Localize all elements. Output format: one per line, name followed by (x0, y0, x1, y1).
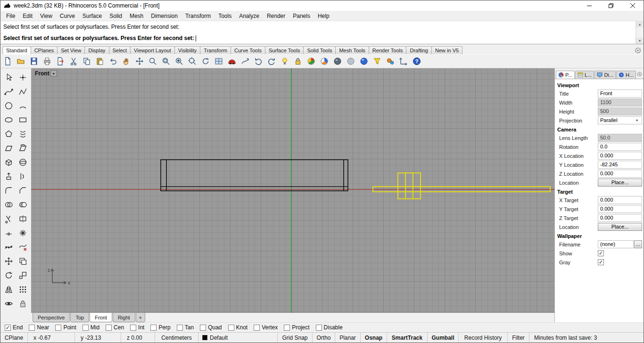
fillet-icon[interactable] (2, 184, 15, 196)
osnap-mid[interactable]: Mid (83, 324, 99, 331)
wallpaper-show-checkbox[interactable] (598, 250, 604, 256)
mirror-icon[interactable] (2, 283, 15, 295)
circle-icon[interactable] (2, 99, 15, 112)
lock-icon[interactable] (292, 56, 304, 67)
toolbar-tab-surface-tools[interactable]: Surface Tools (265, 46, 304, 54)
osnap-tan[interactable]: Tan (177, 324, 194, 331)
toolbar-tab-drafting[interactable]: Drafting (406, 46, 432, 54)
add-viewport-tab[interactable]: + (136, 313, 145, 322)
viewport-title-value[interactable]: Front (598, 90, 642, 98)
points-off-icon[interactable] (17, 241, 29, 253)
viewport-tab-right[interactable]: Right (113, 313, 135, 322)
scroll-up-icon[interactable]: ▲ (636, 21, 644, 27)
zoom-selected-icon[interactable] (173, 56, 185, 67)
viewport-tab-top[interactable]: Top (70, 313, 89, 322)
hide-icon[interactable] (2, 297, 15, 310)
toolbar-tab-mesh-tools[interactable]: Mesh Tools (335, 46, 369, 54)
print-icon[interactable] (41, 56, 53, 67)
zoom-dynamic-icon[interactable] (147, 56, 158, 67)
disable-checkbox[interactable] (316, 325, 322, 331)
cut-icon[interactable] (68, 56, 79, 67)
osnap-perp[interactable]: Perp (150, 324, 170, 331)
explode-icon[interactable] (17, 227, 29, 239)
toolbar-tab-display[interactable]: Display (84, 46, 109, 54)
menu-view[interactable]: View (36, 11, 56, 21)
panel-gear-icon[interactable] (636, 71, 643, 78)
paste-icon[interactable] (94, 56, 106, 67)
rotation-value[interactable]: 0.0 (598, 143, 642, 151)
trim-icon[interactable] (2, 212, 15, 225)
undo-view-icon[interactable] (253, 56, 264, 67)
arc-icon[interactable] (17, 99, 29, 112)
cen-checkbox[interactable] (106, 325, 112, 331)
point-checkbox[interactable] (55, 325, 61, 331)
viewport-tab-perspective[interactable]: Perspective (33, 313, 70, 322)
restore-icon[interactable] (600, 0, 622, 11)
filter-toggle[interactable]: Filter (508, 333, 529, 343)
new-file-icon[interactable] (2, 56, 13, 67)
panel-tab-display[interactable]: Di... (594, 71, 616, 79)
y-location-value[interactable]: -82.245 (598, 161, 642, 169)
project-checkbox[interactable] (284, 325, 290, 331)
mid-checkbox[interactable] (83, 325, 89, 331)
record-history-toggle[interactable]: Record History (459, 333, 508, 343)
polygon-icon[interactable] (2, 128, 15, 140)
layer-pane[interactable]: Default (198, 333, 278, 343)
toolbar-tab-set-view[interactable]: Set View (57, 46, 85, 54)
menu-tools[interactable]: Tools (215, 11, 235, 21)
osnap-near[interactable]: Near (29, 324, 49, 331)
scale-icon[interactable] (17, 269, 29, 281)
polyline-icon[interactable] (17, 85, 29, 98)
move-view-icon[interactable] (134, 56, 145, 67)
points-icon[interactable] (17, 71, 29, 83)
cplane-selector[interactable]: CPlane (0, 333, 28, 343)
scroll-down-icon[interactable]: ▼ (636, 38, 644, 44)
y-target-value[interactable]: 0.000 (598, 205, 642, 213)
orient-curve-icon[interactable] (239, 56, 251, 67)
move-icon[interactable] (2, 255, 15, 267)
toolbar-tab-render-tools[interactable]: Render Tools (369, 46, 407, 54)
extrude-icon[interactable] (2, 170, 15, 182)
options-gears-icon[interactable] (385, 56, 396, 67)
near-checkbox[interactable] (29, 325, 35, 331)
render-preview-icon[interactable] (319, 56, 330, 67)
pan-icon[interactable] (121, 56, 132, 67)
osnap-int[interactable]: Int (130, 324, 144, 331)
osnap-cen[interactable]: Cen (106, 324, 124, 331)
planar-toggle[interactable]: Planar (335, 333, 361, 343)
join-icon[interactable] (2, 227, 15, 239)
x-target-value[interactable]: 0.000 (598, 196, 642, 204)
curve-icon[interactable] (2, 85, 15, 98)
menu-help[interactable]: Help (314, 11, 333, 21)
menu-render[interactable]: Render (263, 11, 289, 21)
gumball-toggle[interactable]: Gumball (428, 333, 459, 343)
ortho-toggle[interactable]: Ortho (313, 333, 335, 343)
menu-edit[interactable]: Edit (19, 11, 36, 21)
toolbar-tab-new-in-v5[interactable]: New in V5 (431, 46, 462, 54)
camera-place-button[interactable]: Place... (598, 179, 642, 187)
panel-tab-properties[interactable]: P... (556, 71, 575, 79)
osnap-end[interactable]: End (5, 324, 23, 331)
osnap-disable[interactable]: Disable (316, 324, 343, 331)
projection-dropdown[interactable]: Parallel▼ (598, 116, 642, 124)
toolbar-tab-viewport-layout[interactable]: Viewport Layout (130, 46, 175, 54)
selected-yellow-object[interactable] (373, 173, 550, 199)
selection-filter-icon[interactable] (372, 56, 383, 67)
toolbar-tab-select[interactable]: Select (109, 46, 131, 54)
end-checkbox[interactable] (5, 325, 11, 331)
units-pane[interactable]: Centimeters (155, 333, 198, 343)
knot-checkbox[interactable] (228, 325, 234, 331)
panel-tab-help[interactable]: ?H... (616, 71, 636, 79)
browse-button[interactable]: ... (634, 240, 642, 248)
osnap-point[interactable]: Point (55, 324, 76, 331)
array-icon[interactable] (17, 283, 29, 295)
shaded-display-icon[interactable] (332, 56, 343, 67)
viewport-title[interactable]: Front ▼ (35, 70, 57, 77)
helix-icon[interactable] (17, 128, 29, 140)
vertex-checkbox[interactable] (254, 325, 260, 331)
show-points-icon[interactable] (2, 241, 15, 253)
render-icon[interactable] (305, 56, 317, 67)
menu-mesh[interactable]: Mesh (126, 11, 147, 21)
toolbar-tab-standard[interactable]: Standard (2, 46, 31, 54)
osnap-project[interactable]: Project (284, 324, 309, 331)
